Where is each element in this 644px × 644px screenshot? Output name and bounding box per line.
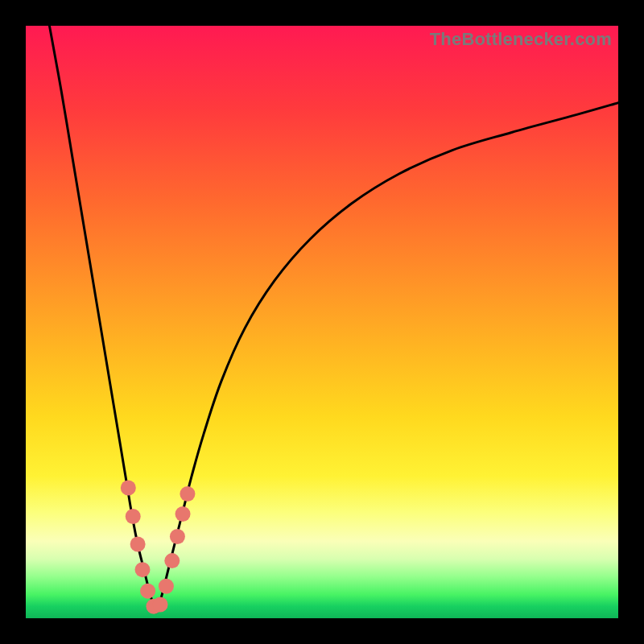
marker-dot	[159, 579, 174, 594]
chart-frame: TheBottlenecker.com	[0, 0, 644, 644]
marker-dot	[134, 562, 150, 577]
chart-svg	[26, 26, 618, 618]
marker-dot	[175, 506, 191, 522]
curve-left-branch	[49, 26, 155, 613]
marker-dot	[121, 481, 136, 496]
marker-dot	[164, 553, 180, 568]
plot-area: TheBottlenecker.com	[26, 26, 618, 618]
marker-dot	[130, 537, 146, 552]
curve-right-branch	[156, 103, 618, 613]
marker-dot	[180, 486, 195, 502]
marker-dot	[140, 584, 155, 599]
marker-dot	[153, 597, 168, 613]
marker-dot	[126, 509, 141, 524]
marker-dot	[170, 529, 185, 544]
